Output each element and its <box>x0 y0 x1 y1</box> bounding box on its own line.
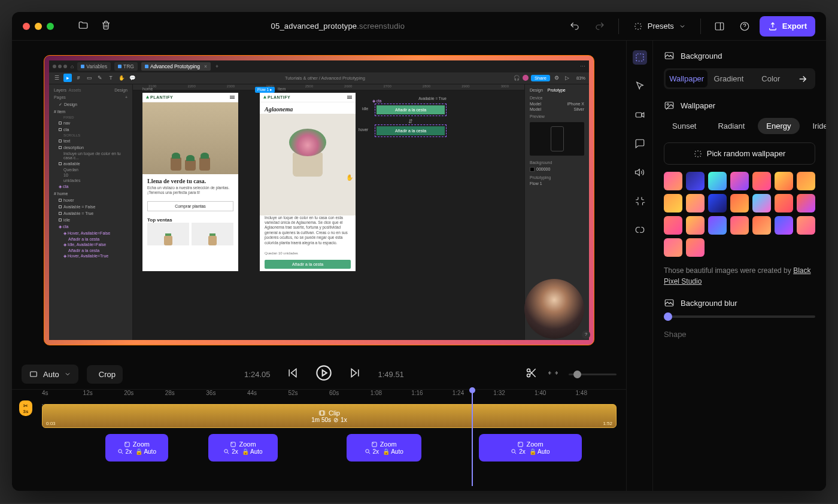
wallpaper-swatch[interactable] <box>664 238 682 257</box>
minimize-window-icon[interactable] <box>35 23 42 30</box>
skip-start-button[interactable] <box>287 367 299 381</box>
timeline-ruler: 4s12s20s28s36s44s52s60s1:081:161:241:321… <box>22 390 617 404</box>
wallpaper-swatch[interactable] <box>686 238 705 257</box>
clip-track[interactable]: 0:03 1:52 Clip 1m 50s ⊘1x <box>42 404 617 428</box>
wallpaper-swatch[interactable] <box>797 194 815 212</box>
wallpaper-swatch[interactable] <box>752 216 771 235</box>
wallpaper-swatch[interactable] <box>730 216 749 235</box>
comprar-button: Comprar plantas <box>147 201 233 211</box>
wallpaper-swatch[interactable] <box>708 194 727 212</box>
presets-dropdown[interactable]: Presets <box>627 16 692 37</box>
wallpaper-swatch[interactable] <box>775 194 793 212</box>
skip-end-button[interactable] <box>349 367 361 381</box>
timeline[interactable]: 3s 4s12s20s28s36s44s52s60s1:081:161:241:… <box>12 389 626 491</box>
wallpaper-swatch[interactable] <box>730 172 749 190</box>
layer-item: available <box>51 160 130 167</box>
auto-size-dropdown[interactable]: Auto <box>22 365 78 384</box>
svg-point-8 <box>119 450 122 453</box>
svg-rect-2 <box>31 372 37 377</box>
timeline-tick: 52s <box>288 390 329 404</box>
wallpaper-swatch[interactable] <box>797 172 815 190</box>
more-tabs-icon[interactable] <box>792 70 813 87</box>
wallpaper-swatch[interactable] <box>664 194 682 212</box>
total-time: 1:49.51 <box>378 370 403 379</box>
current-time: 1:24.05 <box>244 370 270 379</box>
tab-wallpaper[interactable]: Wallpaper <box>666 70 708 87</box>
wallpaper-swatch[interactable] <box>775 172 793 190</box>
close-window-icon[interactable] <box>23 23 30 30</box>
layer-item: description <box>51 144 130 151</box>
effects-tool-icon[interactable] <box>633 223 647 237</box>
wallpaper-swatch[interactable] <box>686 194 705 212</box>
export-button[interactable]: Export <box>760 16 815 37</box>
wallpaper-swatch[interactable] <box>708 216 727 235</box>
preview-viewport[interactable]: ⌂ Variables TRG Advanced Prototyping× + … <box>12 41 626 359</box>
folder-icon[interactable] <box>78 20 89 33</box>
svg-rect-0 <box>715 23 724 30</box>
trash-icon[interactable] <box>101 20 111 33</box>
layer-item: ◈ Idle, Available=False <box>51 242 130 248</box>
shortcut-tool-icon[interactable] <box>633 194 647 208</box>
layer-item: 10 <box>51 172 130 178</box>
panel-layout-icon[interactable] <box>709 16 730 37</box>
export-label: Export <box>782 22 807 31</box>
wallpaper-swatch[interactable] <box>797 216 815 235</box>
cut-stub[interactable]: 3s <box>19 400 32 416</box>
wallpaper-swatch[interactable] <box>664 172 682 190</box>
timeline-tick: 36s <box>206 390 247 404</box>
wallpaper-swatch[interactable] <box>775 216 793 235</box>
cursor-tool-icon[interactable] <box>633 79 647 93</box>
timeline-tick: 1:08 <box>371 390 412 404</box>
wallpaper-swatch[interactable] <box>752 194 771 212</box>
zoom-segment[interactable]: Zoom 2x🔒 Auto <box>347 434 421 462</box>
titlebar: 05_advanced_prototype.screenstudio Prese… <box>12 12 826 41</box>
clip-end-time: 1:52 <box>603 421 612 426</box>
audio-tool-icon[interactable] <box>633 165 647 180</box>
fit-width-icon[interactable] <box>547 367 559 381</box>
frame-tool-icon[interactable] <box>633 50 647 65</box>
layer-item: Available = False <box>51 204 130 210</box>
wallpaper-swatch[interactable] <box>708 172 727 190</box>
figma-layers-panel: Layers AssetsDesign Pages+ ✓ Design # it… <box>49 84 133 340</box>
category-chip[interactable]: Radiant <box>709 118 753 134</box>
title-name: 05_advanced_prototype <box>271 22 357 31</box>
wallpaper-swatch[interactable] <box>664 216 682 235</box>
attribution-text: Those beautiful images were created by B… <box>664 265 815 287</box>
category-chip[interactable]: Iridescent <box>804 118 827 134</box>
undo-icon[interactable] <box>564 16 585 37</box>
webcam-overlay[interactable] <box>524 279 584 339</box>
caption-tool-icon[interactable] <box>633 136 647 151</box>
wallpaper-swatch[interactable] <box>686 172 705 190</box>
inspector-panel: Background Wallpaper Gradient Color Wall… <box>652 41 826 491</box>
figma-tabs-bar: ⌂ Variables TRG Advanced Prototyping× + … <box>49 60 589 72</box>
hand-cursor-icon: ✋ <box>346 174 353 181</box>
random-wallpaper-button[interactable]: Pick random wallpaper <box>664 142 815 165</box>
tab-gradient[interactable]: Gradient <box>708 70 749 87</box>
zoom-segment[interactable]: Zoom 2x🔒 Auto <box>479 434 582 462</box>
camera-tool-icon[interactable] <box>633 108 647 122</box>
category-chip[interactable]: Energy <box>758 118 799 134</box>
recording-preview: ⌂ Variables TRG Advanced Prototyping× + … <box>44 55 594 345</box>
wallpaper-swatch[interactable] <box>752 172 771 190</box>
blur-section-header: Background blur <box>664 297 815 308</box>
wallpaper-swatch[interactable] <box>686 216 705 235</box>
tab-color[interactable]: Color <box>750 70 792 87</box>
zoom-segment[interactable]: Zoom 2x🔒 Auto <box>105 434 169 462</box>
cut-icon[interactable] <box>526 367 538 381</box>
crop-button[interactable]: Crop <box>87 365 123 384</box>
wallpaper-swatch[interactable] <box>730 194 749 212</box>
help-icon[interactable] <box>734 16 755 37</box>
timeline-tick: 12s <box>83 390 125 404</box>
timeline-zoom-slider[interactable] <box>569 374 617 375</box>
figma-home-icon: ⌂ <box>71 63 74 69</box>
blur-slider[interactable] <box>664 315 815 318</box>
zoom-window-icon[interactable] <box>47 23 54 30</box>
timeline-tick: 1:16 <box>411 390 453 404</box>
timeline-tick: 28s <box>165 390 207 404</box>
app-window: 05_advanced_prototype.screenstudio Prese… <box>12 12 826 491</box>
play-button[interactable] <box>315 365 332 384</box>
zoom-segment[interactable]: Zoom 2x🔒 Auto <box>208 434 277 462</box>
category-chip[interactable]: Sunset <box>664 118 705 134</box>
playhead[interactable] <box>472 391 473 486</box>
redo-icon[interactable] <box>590 16 610 37</box>
